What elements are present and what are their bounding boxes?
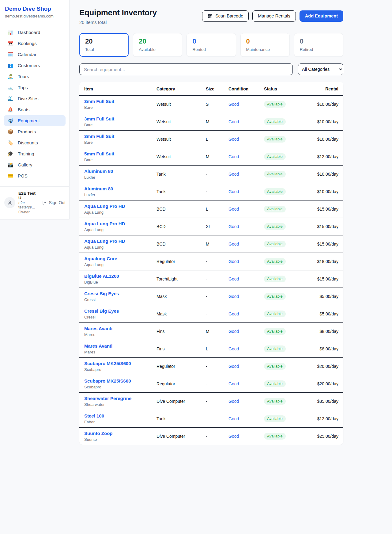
status-badge: Available bbox=[264, 241, 286, 247]
manage-rentals-button[interactable]: Manage Rentals bbox=[252, 10, 296, 22]
table-row: Aqua Lung Pro HD Aqua Lung BCD M Good Av… bbox=[79, 235, 343, 253]
item-name-link[interactable]: Cressi Big Eyes bbox=[84, 291, 152, 296]
item-name-link[interactable]: Aqualung Core bbox=[84, 256, 152, 261]
condition-cell: Good bbox=[226, 288, 262, 305]
item-name-link[interactable]: Scubapro MK25/S600 bbox=[84, 361, 152, 366]
stat-card-retired[interactable]: 0 Retired bbox=[294, 33, 343, 57]
condition-link[interactable]: Good bbox=[228, 172, 239, 177]
sidebar-item-tours[interactable]: 🏝️ Tours bbox=[4, 71, 66, 82]
condition-link[interactable]: Good bbox=[228, 346, 239, 351]
condition-link[interactable]: Good bbox=[228, 329, 239, 334]
stat-card-total[interactable]: 20 Total bbox=[79, 33, 129, 57]
item-name-link[interactable]: Aluminum 80 bbox=[84, 169, 152, 174]
column-header-status: Status bbox=[262, 82, 315, 95]
sidebar-item-label: Training bbox=[18, 151, 34, 156]
item-name-link[interactable]: Aqua Lung Pro HD bbox=[84, 238, 152, 244]
rental-cell: $5.00/day bbox=[315, 288, 343, 305]
condition-link[interactable]: Good bbox=[228, 102, 239, 107]
item-name-link[interactable]: Mares Avanti bbox=[84, 326, 152, 331]
condition-link[interactable]: Good bbox=[228, 277, 239, 281]
condition-link[interactable]: Good bbox=[228, 399, 239, 404]
size-cell: M bbox=[203, 113, 226, 131]
condition-link[interactable]: Good bbox=[228, 224, 239, 229]
condition-link[interactable]: Good bbox=[228, 242, 239, 246]
status-cell: Available bbox=[262, 131, 315, 148]
table-row: Cressi Big Eyes Cressi Mask - Good Avail… bbox=[79, 305, 343, 323]
search-input[interactable] bbox=[79, 63, 293, 75]
item-name-link[interactable]: Aluminum 80 bbox=[84, 186, 152, 191]
table-row: Shearwater Peregrine Shearwater Dive Com… bbox=[79, 393, 343, 410]
condition-link[interactable]: Good bbox=[228, 154, 239, 159]
sidebar-item-label: Customers bbox=[18, 63, 40, 68]
sidebar-item-discounts[interactable]: 🏷️ Discounts bbox=[4, 137, 66, 148]
stat-label: Maintenance bbox=[246, 47, 284, 52]
sidebar-item-trips[interactable]: 🛥️ Trips bbox=[4, 82, 66, 93]
condition-link[interactable]: Good bbox=[228, 311, 239, 316]
status-badge: Available bbox=[264, 136, 286, 143]
item-name-link[interactable]: 5mm Full Suit bbox=[84, 151, 152, 156]
item-cell: 3mm Full Suit Bare bbox=[79, 113, 154, 131]
condition-link[interactable]: Good bbox=[228, 294, 239, 299]
category-filter-select[interactable]: All Categories bbox=[298, 63, 343, 75]
barcode-scan-icon bbox=[208, 14, 213, 19]
category-cell: Regulator bbox=[154, 358, 203, 375]
status-cell: Available bbox=[262, 183, 315, 200]
condition-link[interactable]: Good bbox=[228, 119, 239, 124]
category-cell: Tank bbox=[154, 183, 203, 200]
sidebar-item-dashboard[interactable]: 📊 Dashboard bbox=[4, 27, 66, 38]
sidebar-item-customers[interactable]: 👥 Customers bbox=[4, 60, 66, 71]
sidebar-item-dive-sites[interactable]: 🌊 Dive Sites bbox=[4, 93, 66, 104]
item-name-link[interactable]: 3mm Full Suit bbox=[84, 116, 152, 121]
condition-link[interactable]: Good bbox=[228, 416, 239, 421]
item-name-link[interactable]: Aqua Lung Pro HD bbox=[84, 221, 152, 226]
sidebar-item-calendar[interactable]: 🗓️ Calendar bbox=[4, 49, 66, 60]
item-cell: 3mm Full Suit Bare bbox=[79, 131, 154, 148]
item-name-link[interactable]: Mares Avanti bbox=[84, 343, 152, 349]
item-name-link[interactable]: Aqua Lung Pro HD bbox=[84, 204, 152, 209]
scan-barcode-label: Scan Barcode bbox=[215, 13, 243, 19]
condition-link[interactable]: Good bbox=[228, 434, 239, 439]
item-name-link[interactable]: Cressi Big Eyes bbox=[84, 308, 152, 314]
item-cell: Cressi Big Eyes Cressi bbox=[79, 305, 154, 323]
item-name-link[interactable]: 3mm Full Suit bbox=[84, 99, 152, 104]
item-brand: Bare bbox=[84, 123, 152, 127]
item-brand: Bare bbox=[84, 105, 152, 110]
condition-link[interactable]: Good bbox=[228, 207, 239, 212]
item-brand: Suunto bbox=[84, 437, 152, 442]
condition-link[interactable]: Good bbox=[228, 137, 239, 142]
item-name-link[interactable]: Steel 100 bbox=[84, 413, 152, 418]
stat-card-maintenance[interactable]: 0 Maintenance bbox=[240, 33, 290, 57]
sidebar-item-gallery[interactable]: 📸 Gallery bbox=[4, 159, 66, 170]
status-badge: Available bbox=[264, 258, 286, 265]
item-name-link[interactable]: Suunto Zoop bbox=[84, 431, 152, 436]
sidebar-item-bookings[interactable]: 📅 Bookings bbox=[4, 38, 66, 49]
scan-barcode-button[interactable]: Scan Barcode bbox=[202, 10, 249, 22]
category-cell: Mask bbox=[154, 288, 203, 305]
user-email: e2e-tester@... bbox=[18, 201, 39, 209]
sidebar-item-training[interactable]: 🎓 Training bbox=[4, 148, 66, 159]
sidebar-item-boats[interactable]: ⛵ Boats bbox=[4, 104, 66, 115]
stat-card-rented[interactable]: 0 Rented bbox=[187, 33, 236, 57]
stat-card-available[interactable]: 20 Available bbox=[133, 33, 182, 57]
status-badge: Available bbox=[264, 311, 286, 317]
rental-cell: $15.00/day bbox=[315, 235, 343, 253]
condition-cell: Good bbox=[226, 166, 262, 183]
item-name-link[interactable]: BigBlue AL1200 bbox=[84, 273, 152, 279]
condition-link[interactable]: Good bbox=[228, 259, 239, 264]
sign-out-button[interactable]: Sign Out bbox=[42, 200, 66, 205]
sidebar-item-products[interactable]: 📦 Products bbox=[4, 126, 66, 137]
condition-link[interactable]: Good bbox=[228, 364, 239, 369]
item-name-link[interactable]: 3mm Full Suit bbox=[84, 134, 152, 139]
add-equipment-button[interactable]: Add Equipment bbox=[300, 10, 343, 22]
category-cell: Wetsuit bbox=[154, 148, 203, 166]
condition-link[interactable]: Good bbox=[228, 189, 239, 194]
item-name-link[interactable]: Scubapro MK25/S600 bbox=[84, 378, 152, 383]
credit-card-icon: 💳 bbox=[7, 174, 13, 178]
table-row: Aluminum 80 Luxfer Tank - Good Available… bbox=[79, 166, 343, 183]
sidebar-item-pos[interactable]: 💳 POS bbox=[4, 170, 66, 181]
item-name-link[interactable]: Shearwater Peregrine bbox=[84, 396, 152, 401]
filters-row: All Categories bbox=[79, 63, 343, 75]
sidebar-item-equipment[interactable]: 🤿 Equipment bbox=[4, 115, 66, 126]
condition-link[interactable]: Good bbox=[228, 381, 239, 386]
item-brand: Bare bbox=[84, 140, 152, 145]
